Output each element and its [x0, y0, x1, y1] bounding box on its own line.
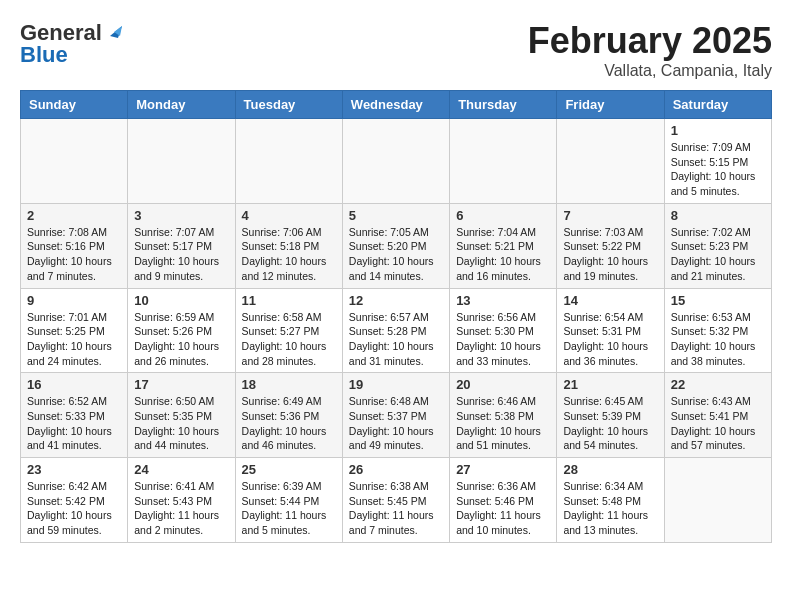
- day-number: 17: [134, 377, 228, 392]
- day-info: Sunrise: 6:54 AMSunset: 5:31 PMDaylight:…: [563, 310, 657, 369]
- day-info: Sunrise: 7:03 AMSunset: 5:22 PMDaylight:…: [563, 225, 657, 284]
- day-info: Sunrise: 7:06 AMSunset: 5:18 PMDaylight:…: [242, 225, 336, 284]
- day-info: Sunrise: 6:59 AMSunset: 5:26 PMDaylight:…: [134, 310, 228, 369]
- calendar-cell: 21Sunrise: 6:45 AMSunset: 5:39 PMDayligh…: [557, 373, 664, 458]
- calendar-cell: 23Sunrise: 6:42 AMSunset: 5:42 PMDayligh…: [21, 458, 128, 543]
- calendar-cell: [21, 119, 128, 204]
- calendar-cell: 6Sunrise: 7:04 AMSunset: 5:21 PMDaylight…: [450, 203, 557, 288]
- day-info: Sunrise: 6:57 AMSunset: 5:28 PMDaylight:…: [349, 310, 443, 369]
- calendar-cell: 24Sunrise: 6:41 AMSunset: 5:43 PMDayligh…: [128, 458, 235, 543]
- calendar-title: February 2025: [528, 20, 772, 62]
- logo-blue: Blue: [20, 42, 68, 68]
- calendar-subtitle: Vallata, Campania, Italy: [528, 62, 772, 80]
- calendar-week-row: 16Sunrise: 6:52 AMSunset: 5:33 PMDayligh…: [21, 373, 772, 458]
- calendar-week-row: 9Sunrise: 7:01 AMSunset: 5:25 PMDaylight…: [21, 288, 772, 373]
- day-number: 5: [349, 208, 443, 223]
- day-info: Sunrise: 6:46 AMSunset: 5:38 PMDaylight:…: [456, 394, 550, 453]
- calendar-cell: 13Sunrise: 6:56 AMSunset: 5:30 PMDayligh…: [450, 288, 557, 373]
- day-info: Sunrise: 7:08 AMSunset: 5:16 PMDaylight:…: [27, 225, 121, 284]
- weekday-header-tuesday: Tuesday: [235, 91, 342, 119]
- calendar-cell: [128, 119, 235, 204]
- calendar-cell: 26Sunrise: 6:38 AMSunset: 5:45 PMDayligh…: [342, 458, 449, 543]
- day-number: 21: [563, 377, 657, 392]
- calendar-cell: 28Sunrise: 6:34 AMSunset: 5:48 PMDayligh…: [557, 458, 664, 543]
- calendar-cell: 20Sunrise: 6:46 AMSunset: 5:38 PMDayligh…: [450, 373, 557, 458]
- calendar-cell: 12Sunrise: 6:57 AMSunset: 5:28 PMDayligh…: [342, 288, 449, 373]
- day-number: 24: [134, 462, 228, 477]
- day-info: Sunrise: 7:02 AMSunset: 5:23 PMDaylight:…: [671, 225, 765, 284]
- calendar-cell: 5Sunrise: 7:05 AMSunset: 5:20 PMDaylight…: [342, 203, 449, 288]
- weekday-header-wednesday: Wednesday: [342, 91, 449, 119]
- day-number: 14: [563, 293, 657, 308]
- calendar-cell: 10Sunrise: 6:59 AMSunset: 5:26 PMDayligh…: [128, 288, 235, 373]
- day-info: Sunrise: 6:42 AMSunset: 5:42 PMDaylight:…: [27, 479, 121, 538]
- day-number: 23: [27, 462, 121, 477]
- day-info: Sunrise: 6:58 AMSunset: 5:27 PMDaylight:…: [242, 310, 336, 369]
- weekday-header-thursday: Thursday: [450, 91, 557, 119]
- day-info: Sunrise: 7:04 AMSunset: 5:21 PMDaylight:…: [456, 225, 550, 284]
- weekday-header-saturday: Saturday: [664, 91, 771, 119]
- day-info: Sunrise: 6:43 AMSunset: 5:41 PMDaylight:…: [671, 394, 765, 453]
- day-number: 22: [671, 377, 765, 392]
- day-info: Sunrise: 6:45 AMSunset: 5:39 PMDaylight:…: [563, 394, 657, 453]
- day-number: 26: [349, 462, 443, 477]
- calendar-cell: 15Sunrise: 6:53 AMSunset: 5:32 PMDayligh…: [664, 288, 771, 373]
- calendar-cell: 17Sunrise: 6:50 AMSunset: 5:35 PMDayligh…: [128, 373, 235, 458]
- calendar-cell: 7Sunrise: 7:03 AMSunset: 5:22 PMDaylight…: [557, 203, 664, 288]
- calendar-cell: [664, 458, 771, 543]
- day-info: Sunrise: 7:01 AMSunset: 5:25 PMDaylight:…: [27, 310, 121, 369]
- calendar-cell: 22Sunrise: 6:43 AMSunset: 5:41 PMDayligh…: [664, 373, 771, 458]
- weekday-header-monday: Monday: [128, 91, 235, 119]
- day-info: Sunrise: 6:39 AMSunset: 5:44 PMDaylight:…: [242, 479, 336, 538]
- day-info: Sunrise: 6:53 AMSunset: 5:32 PMDaylight:…: [671, 310, 765, 369]
- day-info: Sunrise: 7:09 AMSunset: 5:15 PMDaylight:…: [671, 140, 765, 199]
- day-number: 13: [456, 293, 550, 308]
- day-number: 25: [242, 462, 336, 477]
- day-info: Sunrise: 6:38 AMSunset: 5:45 PMDaylight:…: [349, 479, 443, 538]
- calendar-cell: 2Sunrise: 7:08 AMSunset: 5:16 PMDaylight…: [21, 203, 128, 288]
- day-number: 18: [242, 377, 336, 392]
- day-number: 3: [134, 208, 228, 223]
- calendar-week-row: 2Sunrise: 7:08 AMSunset: 5:16 PMDaylight…: [21, 203, 772, 288]
- calendar-cell: 4Sunrise: 7:06 AMSunset: 5:18 PMDaylight…: [235, 203, 342, 288]
- day-number: 11: [242, 293, 336, 308]
- day-number: 15: [671, 293, 765, 308]
- calendar-cell: 9Sunrise: 7:01 AMSunset: 5:25 PMDaylight…: [21, 288, 128, 373]
- calendar-cell: 11Sunrise: 6:58 AMSunset: 5:27 PMDayligh…: [235, 288, 342, 373]
- day-info: Sunrise: 6:48 AMSunset: 5:37 PMDaylight:…: [349, 394, 443, 453]
- day-info: Sunrise: 6:56 AMSunset: 5:30 PMDaylight:…: [456, 310, 550, 369]
- day-number: 12: [349, 293, 443, 308]
- weekday-header-friday: Friday: [557, 91, 664, 119]
- calendar-cell: [557, 119, 664, 204]
- calendar-cell: 3Sunrise: 7:07 AMSunset: 5:17 PMDaylight…: [128, 203, 235, 288]
- calendar-cell: [342, 119, 449, 204]
- calendar-table: SundayMondayTuesdayWednesdayThursdayFrid…: [20, 90, 772, 543]
- calendar-cell: 16Sunrise: 6:52 AMSunset: 5:33 PMDayligh…: [21, 373, 128, 458]
- calendar-cell: 19Sunrise: 6:48 AMSunset: 5:37 PMDayligh…: [342, 373, 449, 458]
- day-info: Sunrise: 6:36 AMSunset: 5:46 PMDaylight:…: [456, 479, 550, 538]
- day-number: 9: [27, 293, 121, 308]
- day-info: Sunrise: 7:05 AMSunset: 5:20 PMDaylight:…: [349, 225, 443, 284]
- day-info: Sunrise: 7:07 AMSunset: 5:17 PMDaylight:…: [134, 225, 228, 284]
- calendar-cell: 27Sunrise: 6:36 AMSunset: 5:46 PMDayligh…: [450, 458, 557, 543]
- calendar-cell: 8Sunrise: 7:02 AMSunset: 5:23 PMDaylight…: [664, 203, 771, 288]
- logo-bird-icon: [104, 22, 122, 40]
- day-info: Sunrise: 6:49 AMSunset: 5:36 PMDaylight:…: [242, 394, 336, 453]
- day-number: 8: [671, 208, 765, 223]
- calendar-cell: 25Sunrise: 6:39 AMSunset: 5:44 PMDayligh…: [235, 458, 342, 543]
- day-number: 28: [563, 462, 657, 477]
- header: General Blue February 2025 Vallata, Camp…: [20, 20, 772, 80]
- day-info: Sunrise: 6:50 AMSunset: 5:35 PMDaylight:…: [134, 394, 228, 453]
- calendar-cell: [450, 119, 557, 204]
- weekday-header-row: SundayMondayTuesdayWednesdayThursdayFrid…: [21, 91, 772, 119]
- calendar-cell: [235, 119, 342, 204]
- day-info: Sunrise: 6:34 AMSunset: 5:48 PMDaylight:…: [563, 479, 657, 538]
- day-number: 10: [134, 293, 228, 308]
- day-info: Sunrise: 6:52 AMSunset: 5:33 PMDaylight:…: [27, 394, 121, 453]
- day-number: 19: [349, 377, 443, 392]
- day-number: 4: [242, 208, 336, 223]
- calendar-cell: 1Sunrise: 7:09 AMSunset: 5:15 PMDaylight…: [664, 119, 771, 204]
- calendar-week-row: 23Sunrise: 6:42 AMSunset: 5:42 PMDayligh…: [21, 458, 772, 543]
- day-number: 1: [671, 123, 765, 138]
- day-number: 2: [27, 208, 121, 223]
